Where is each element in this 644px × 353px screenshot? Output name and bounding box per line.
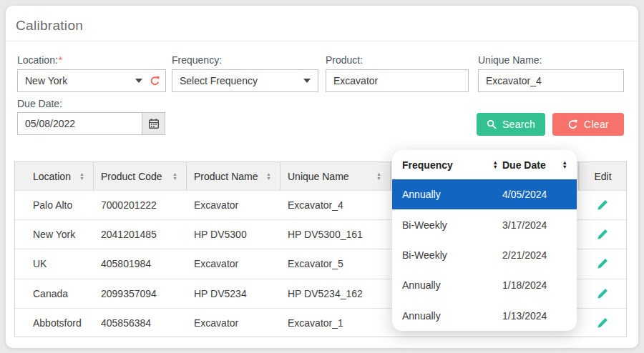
sort-icon[interactable]: ▲▼ — [79, 172, 84, 180]
overlay-row[interactable]: Bi-Weekly 2/21/2024 — [392, 240, 577, 270]
cell-location: Canada — [15, 279, 94, 308]
cell-product-code: 405856384 — [94, 309, 187, 337]
cell-frequency: Annually — [392, 279, 498, 291]
cell-unique-name: Excavator_1 — [280, 309, 391, 337]
sort-icon[interactable]: ▲▼ — [172, 172, 177, 180]
unique-name-field — [478, 69, 624, 92]
cell-product-code: 2099357094 — [94, 279, 187, 308]
calibration-card: Calibration Location:* Frequency: Produc… — [6, 6, 638, 348]
clear-button-label: Clear — [584, 119, 609, 130]
edit-pencil-icon[interactable] — [597, 288, 608, 299]
overlay-header-row: Frequency▲▼ Due Date▲▼ — [392, 150, 577, 179]
due-date-input[interactable] — [18, 113, 142, 134]
cell-product-code: 2041201485 — [94, 220, 187, 249]
calendar-icon — [148, 118, 160, 129]
cell-unique-name: Excavator_4 — [280, 191, 391, 219]
cell-location: Abbotsford — [15, 309, 94, 337]
overlay-header-frequency[interactable]: Frequency▲▼ — [392, 159, 498, 171]
header-unique-name[interactable]: Unique Name▲▼ — [280, 162, 391, 190]
title-divider — [6, 41, 638, 41]
location-select[interactable]: New York — [17, 69, 166, 92]
frequency-due-date-overlay: Frequency▲▼ Due Date▲▼ Annually 4/05/202… — [392, 150, 577, 331]
edit-cell[interactable] — [579, 249, 626, 278]
cell-location: Palo Alto — [15, 191, 94, 219]
unique-name-input[interactable] — [479, 70, 623, 91]
chevron-down-icon — [135, 79, 142, 83]
cell-product-name: Excavator — [187, 191, 280, 219]
due-date-label: Due Date: — [17, 98, 62, 109]
cell-due-date: 1/18/2024 — [498, 279, 577, 291]
product-label: Product: — [326, 54, 363, 66]
header-edit: Edit — [579, 162, 626, 190]
overlay-row[interactable]: Annually 1/18/2024 — [392, 270, 577, 300]
cell-frequency: Annually — [392, 189, 498, 200]
overlay-row[interactable]: Annually 1/13/2024 — [392, 301, 577, 331]
header-product-name[interactable]: Product Name▲▼ — [187, 162, 280, 190]
cell-due-date: 3/17/2024 — [498, 219, 577, 231]
cell-frequency: Bi-Weekly — [392, 249, 498, 261]
cell-product-name: Excavator — [187, 309, 280, 337]
cell-product-name: HP DV5234 — [187, 279, 280, 308]
frequency-select[interactable]: Select Frequency — [172, 69, 318, 92]
location-refresh-icon[interactable] — [150, 76, 160, 86]
unique-name-label: Unique Name: — [478, 54, 542, 66]
cell-location: UK — [15, 249, 94, 278]
cell-product-name: Excavator — [187, 249, 280, 278]
edit-cell[interactable] — [579, 279, 626, 308]
cell-due-date: 1/13/2024 — [498, 310, 577, 322]
product-field — [326, 69, 469, 92]
product-input[interactable] — [326, 70, 468, 91]
chevron-down-icon — [303, 79, 311, 83]
search-button[interactable]: Search — [477, 113, 545, 136]
location-label: Location:* — [17, 54, 62, 66]
edit-pencil-icon[interactable] — [597, 199, 608, 211]
cell-due-date: 4/05/2024 — [498, 189, 577, 200]
sort-icon[interactable]: ▲▼ — [266, 172, 271, 180]
cell-product-code: 405801984 — [94, 249, 187, 278]
edit-pencil-icon[interactable] — [597, 258, 608, 269]
location-select-value: New York — [18, 75, 135, 86]
due-date-group — [17, 112, 165, 135]
edit-cell[interactable] — [579, 220, 626, 249]
calendar-button[interactable] — [142, 112, 165, 135]
frequency-select-value: Select Frequency — [172, 75, 303, 86]
overlay-row-selected[interactable]: Annually 4/05/2024 — [392, 179, 577, 209]
header-location[interactable]: Location▲▼ — [15, 162, 94, 190]
edit-cell[interactable] — [579, 191, 626, 219]
frequency-label: Frequency: — [172, 54, 222, 66]
cell-due-date: 2/21/2024 — [498, 249, 577, 261]
search-button-label: Search — [502, 119, 535, 130]
refresh-icon — [567, 119, 578, 130]
required-asterisk: * — [59, 54, 62, 66]
cell-product-name: HP DV5300 — [187, 220, 280, 249]
cell-product-code: 7000201222 — [94, 191, 187, 219]
cell-unique-name: HP DV5300_161 — [280, 220, 391, 249]
header-product-code[interactable]: Product Code▲▼ — [94, 162, 187, 190]
cell-location: New York — [15, 220, 94, 249]
clear-button[interactable]: Clear — [552, 113, 624, 136]
edit-pencil-icon[interactable] — [597, 317, 608, 329]
cell-unique-name: Excavator_5 — [280, 249, 391, 278]
edit-cell[interactable] — [579, 309, 626, 337]
sort-icon[interactable]: ▲▼ — [562, 161, 567, 169]
cell-frequency: Bi-Weekly — [392, 219, 498, 231]
cell-frequency: Annually — [392, 310, 498, 322]
due-date-field — [17, 112, 142, 135]
page-title: Calibration — [16, 18, 83, 34]
overlay-row[interactable]: Bi-Weekly 3/17/2024 — [392, 209, 577, 239]
search-icon — [487, 119, 497, 129]
overlay-header-due-date[interactable]: Due Date▲▼ — [498, 159, 577, 171]
cell-unique-name: HP DV5234_162 — [280, 279, 391, 308]
sort-icon[interactable]: ▲▼ — [493, 161, 498, 169]
edit-pencil-icon[interactable] — [597, 229, 608, 240]
sort-icon[interactable]: ▲▼ — [376, 172, 381, 180]
